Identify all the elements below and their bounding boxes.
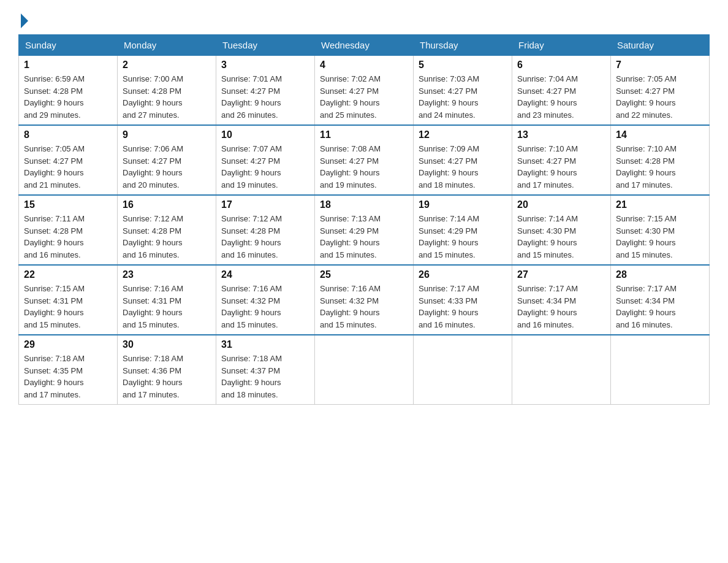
calendar-week-row: 15 Sunrise: 7:11 AM Sunset: 4:28 PM Dayl…	[19, 195, 710, 265]
day-number: 21	[616, 199, 704, 210]
calendar-week-row: 29 Sunrise: 7:18 AM Sunset: 4:35 PM Dayl…	[19, 335, 710, 405]
calendar-cell: 27 Sunrise: 7:17 AM Sunset: 4:34 PM Dayl…	[512, 265, 611, 335]
day-info: Sunrise: 7:02 AM Sunset: 4:27 PM Dayligh…	[320, 73, 408, 121]
calendar-cell: 19 Sunrise: 7:14 AM Sunset: 4:29 PM Dayl…	[414, 195, 512, 265]
day-info: Sunrise: 7:10 AM Sunset: 4:27 PM Dayligh…	[517, 143, 605, 191]
day-number: 29	[24, 339, 112, 350]
day-number: 25	[320, 269, 408, 280]
calendar-cell: 12 Sunrise: 7:09 AM Sunset: 4:27 PM Dayl…	[414, 125, 512, 195]
day-number: 3	[221, 59, 309, 71]
logo	[18, 12, 28, 28]
col-header-saturday: Saturday	[611, 35, 710, 56]
calendar-cell: 16 Sunrise: 7:12 AM Sunset: 4:28 PM Dayl…	[118, 195, 216, 265]
calendar-cell: 31 Sunrise: 7:18 AM Sunset: 4:37 PM Dayl…	[216, 335, 315, 405]
day-number: 11	[320, 129, 408, 140]
calendar-cell: 15 Sunrise: 7:11 AM Sunset: 4:28 PM Dayl…	[19, 195, 118, 265]
day-info: Sunrise: 7:18 AM Sunset: 4:36 PM Dayligh…	[123, 353, 211, 400]
day-number: 5	[419, 59, 507, 71]
calendar-cell: 2 Sunrise: 7:00 AM Sunset: 4:28 PM Dayli…	[118, 56, 216, 126]
calendar-cell: 18 Sunrise: 7:13 AM Sunset: 4:29 PM Dayl…	[315, 195, 414, 265]
day-info: Sunrise: 7:14 AM Sunset: 4:30 PM Dayligh…	[517, 213, 605, 261]
day-info: Sunrise: 7:10 AM Sunset: 4:28 PM Dayligh…	[616, 143, 704, 191]
day-number: 14	[616, 129, 704, 140]
logo-arrow-icon	[21, 13, 28, 28]
calendar-cell: 5 Sunrise: 7:03 AM Sunset: 4:27 PM Dayli…	[414, 56, 512, 126]
calendar-cell: 30 Sunrise: 7:18 AM Sunset: 4:36 PM Dayl…	[118, 335, 216, 405]
day-info: Sunrise: 7:12 AM Sunset: 4:28 PM Dayligh…	[221, 213, 309, 261]
page-header	[18, 12, 710, 28]
calendar-cell: 7 Sunrise: 7:05 AM Sunset: 4:27 PM Dayli…	[611, 56, 710, 126]
day-info: Sunrise: 7:16 AM Sunset: 4:31 PM Dayligh…	[123, 283, 211, 331]
day-number: 7	[616, 59, 704, 71]
calendar-cell: 26 Sunrise: 7:17 AM Sunset: 4:33 PM Dayl…	[414, 265, 512, 335]
day-info: Sunrise: 7:05 AM Sunset: 4:27 PM Dayligh…	[616, 73, 704, 121]
day-number: 17	[221, 199, 309, 210]
calendar-cell: 24 Sunrise: 7:16 AM Sunset: 4:32 PM Dayl…	[216, 265, 315, 335]
day-number: 9	[123, 129, 211, 140]
day-number: 20	[517, 199, 605, 210]
day-info: Sunrise: 7:18 AM Sunset: 4:37 PM Dayligh…	[221, 353, 309, 400]
col-header-wednesday: Wednesday	[315, 35, 414, 56]
day-info: Sunrise: 7:15 AM Sunset: 4:31 PM Dayligh…	[24, 283, 112, 331]
day-number: 22	[24, 269, 112, 280]
day-number: 23	[123, 269, 211, 280]
day-number: 27	[517, 269, 605, 280]
col-header-friday: Friday	[512, 35, 611, 56]
calendar-cell: 14 Sunrise: 7:10 AM Sunset: 4:28 PM Dayl…	[611, 125, 710, 195]
day-info: Sunrise: 7:11 AM Sunset: 4:28 PM Dayligh…	[24, 213, 112, 261]
day-number: 10	[221, 129, 309, 140]
calendar-cell: 29 Sunrise: 7:18 AM Sunset: 4:35 PM Dayl…	[19, 335, 118, 405]
calendar-header-row: SundayMondayTuesdayWednesdayThursdayFrid…	[19, 35, 710, 56]
calendar-cell: 21 Sunrise: 7:15 AM Sunset: 4:30 PM Dayl…	[611, 195, 710, 265]
calendar-cell: 22 Sunrise: 7:15 AM Sunset: 4:31 PM Dayl…	[19, 265, 118, 335]
calendar-cell: 4 Sunrise: 7:02 AM Sunset: 4:27 PM Dayli…	[315, 56, 414, 126]
day-info: Sunrise: 7:13 AM Sunset: 4:29 PM Dayligh…	[320, 213, 408, 261]
calendar-cell: 1 Sunrise: 6:59 AM Sunset: 4:28 PM Dayli…	[19, 56, 118, 126]
day-number: 19	[419, 199, 507, 210]
calendar-cell: 25 Sunrise: 7:16 AM Sunset: 4:32 PM Dayl…	[315, 265, 414, 335]
day-number: 31	[221, 339, 309, 350]
day-info: Sunrise: 7:16 AM Sunset: 4:32 PM Dayligh…	[320, 283, 408, 331]
calendar-table: SundayMondayTuesdayWednesdayThursdayFrid…	[18, 34, 710, 405]
calendar-week-row: 22 Sunrise: 7:15 AM Sunset: 4:31 PM Dayl…	[19, 265, 710, 335]
day-number: 4	[320, 59, 408, 71]
day-info: Sunrise: 7:12 AM Sunset: 4:28 PM Dayligh…	[123, 213, 211, 261]
day-number: 6	[517, 59, 605, 71]
day-number: 24	[221, 269, 309, 280]
day-number: 28	[616, 269, 704, 280]
calendar-cell: 20 Sunrise: 7:14 AM Sunset: 4:30 PM Dayl…	[512, 195, 611, 265]
calendar-cell: 10 Sunrise: 7:07 AM Sunset: 4:27 PM Dayl…	[216, 125, 315, 195]
day-info: Sunrise: 7:09 AM Sunset: 4:27 PM Dayligh…	[419, 143, 507, 191]
calendar-cell: 28 Sunrise: 7:17 AM Sunset: 4:34 PM Dayl…	[611, 265, 710, 335]
calendar-week-row: 1 Sunrise: 6:59 AM Sunset: 4:28 PM Dayli…	[19, 56, 710, 126]
day-info: Sunrise: 7:03 AM Sunset: 4:27 PM Dayligh…	[419, 73, 507, 121]
day-number: 30	[123, 339, 211, 350]
day-info: Sunrise: 7:14 AM Sunset: 4:29 PM Dayligh…	[419, 213, 507, 261]
day-info: Sunrise: 7:17 AM Sunset: 4:34 PM Dayligh…	[517, 283, 605, 331]
calendar-cell: 6 Sunrise: 7:04 AM Sunset: 4:27 PM Dayli…	[512, 56, 611, 126]
day-number: 1	[24, 59, 112, 71]
day-info: Sunrise: 7:07 AM Sunset: 4:27 PM Dayligh…	[221, 143, 309, 191]
day-info: Sunrise: 7:01 AM Sunset: 4:27 PM Dayligh…	[221, 73, 309, 121]
col-header-sunday: Sunday	[19, 35, 118, 56]
calendar-cell: 3 Sunrise: 7:01 AM Sunset: 4:27 PM Dayli…	[216, 56, 315, 126]
col-header-tuesday: Tuesday	[216, 35, 315, 56]
col-header-monday: Monday	[118, 35, 216, 56]
day-info: Sunrise: 7:08 AM Sunset: 4:27 PM Dayligh…	[320, 143, 408, 191]
calendar-cell	[414, 335, 512, 405]
day-info: Sunrise: 7:16 AM Sunset: 4:32 PM Dayligh…	[221, 283, 309, 331]
day-number: 18	[320, 199, 408, 210]
day-info: Sunrise: 7:00 AM Sunset: 4:28 PM Dayligh…	[123, 73, 211, 121]
calendar-cell: 17 Sunrise: 7:12 AM Sunset: 4:28 PM Dayl…	[216, 195, 315, 265]
calendar-cell	[315, 335, 414, 405]
day-info: Sunrise: 7:06 AM Sunset: 4:27 PM Dayligh…	[123, 143, 211, 191]
calendar-cell: 11 Sunrise: 7:08 AM Sunset: 4:27 PM Dayl…	[315, 125, 414, 195]
day-info: Sunrise: 6:59 AM Sunset: 4:28 PM Dayligh…	[24, 73, 112, 121]
day-number: 26	[419, 269, 507, 280]
calendar-cell: 23 Sunrise: 7:16 AM Sunset: 4:31 PM Dayl…	[118, 265, 216, 335]
calendar-cell	[512, 335, 611, 405]
calendar-cell: 13 Sunrise: 7:10 AM Sunset: 4:27 PM Dayl…	[512, 125, 611, 195]
day-info: Sunrise: 7:04 AM Sunset: 4:27 PM Dayligh…	[517, 73, 605, 121]
calendar-week-row: 8 Sunrise: 7:05 AM Sunset: 4:27 PM Dayli…	[19, 125, 710, 195]
day-number: 13	[517, 129, 605, 140]
